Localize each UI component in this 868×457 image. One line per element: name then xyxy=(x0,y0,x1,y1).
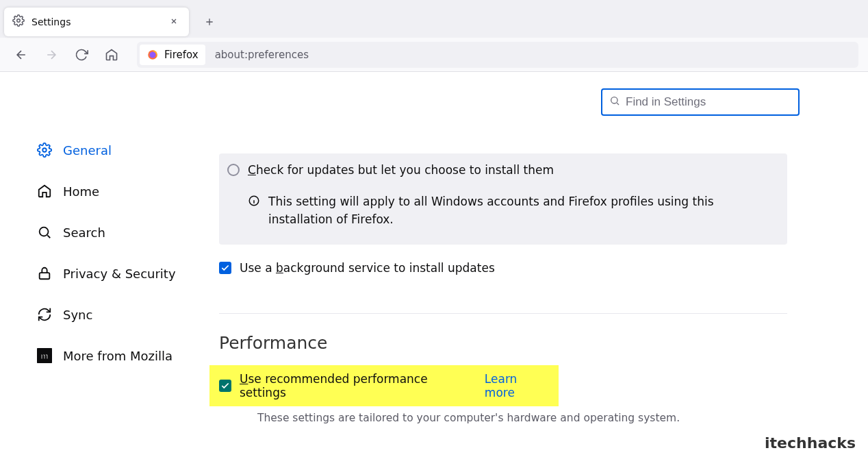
forward-button[interactable] xyxy=(40,43,63,66)
tab-close-button[interactable] xyxy=(167,14,181,30)
checkbox-label: Use recommended performance settings xyxy=(240,372,471,399)
firefox-icon xyxy=(146,49,159,61)
sidebar-item-label: Search xyxy=(63,225,105,240)
settings-search-input[interactable] xyxy=(626,95,791,109)
checkbox-background-service[interactable]: Use a background service to install upda… xyxy=(219,261,841,275)
identity-label: Firefox xyxy=(164,49,199,61)
watermark: itechhacks xyxy=(765,434,856,452)
info-icon xyxy=(248,195,260,210)
radio-label: Check for updates but let you choose to … xyxy=(248,163,554,177)
toolbar: Firefox about:preferences xyxy=(0,38,868,72)
url-bar[interactable]: Firefox about:preferences xyxy=(137,42,858,68)
updates-panel: Check for updates but let you choose to … xyxy=(219,153,787,245)
new-tab-button[interactable] xyxy=(199,11,220,33)
performance-subnote: These settings are tailored to your comp… xyxy=(257,412,841,424)
gear-icon xyxy=(12,14,25,29)
svg-point-4 xyxy=(40,227,49,236)
tab-settings[interactable]: Settings xyxy=(4,8,189,36)
section-title-performance: Performance xyxy=(219,333,841,353)
tab-title: Settings xyxy=(31,16,160,27)
sidebar-item-search[interactable]: Search xyxy=(34,216,199,249)
sidebar-item-label: Sync xyxy=(63,308,92,322)
separator xyxy=(219,313,787,314)
sidebar-item-label: General xyxy=(63,143,112,158)
mozilla-icon: m xyxy=(37,348,52,363)
search-icon xyxy=(37,225,52,240)
sidebar-item-sync[interactable]: Sync xyxy=(34,298,199,331)
updates-info: This setting will apply to all Windows a… xyxy=(248,193,779,228)
svg-point-2 xyxy=(150,51,156,58)
learn-more-link[interactable]: Learn more xyxy=(485,372,549,399)
svg-rect-5 xyxy=(40,273,50,279)
sidebar: General Home Search Privacy & Security S xyxy=(0,72,205,457)
checkbox-recommended-performance[interactable]: Use recommended performance settings Lea… xyxy=(219,372,549,399)
svg-point-3 xyxy=(42,148,47,152)
checkbox-icon xyxy=(219,380,231,392)
search-icon xyxy=(609,95,620,109)
sync-icon xyxy=(37,307,52,322)
checkbox-label: Use a background service to install upda… xyxy=(240,261,495,275)
sidebar-item-label: Privacy & Security xyxy=(63,267,176,281)
lock-icon xyxy=(37,266,52,281)
settings-search[interactable] xyxy=(601,88,800,116)
home-icon xyxy=(37,184,52,199)
gear-icon xyxy=(37,143,52,158)
svg-point-0 xyxy=(17,18,21,22)
reload-button[interactable] xyxy=(70,43,93,66)
sidebar-item-home[interactable]: Home xyxy=(34,175,199,208)
sidebar-item-privacy[interactable]: Privacy & Security xyxy=(34,257,199,290)
home-button[interactable] xyxy=(100,43,123,66)
sidebar-item-more-mozilla[interactable]: m More from Mozilla xyxy=(34,339,199,372)
back-button[interactable] xyxy=(10,43,33,66)
identity-box[interactable]: Firefox xyxy=(140,45,205,65)
sidebar-item-general[interactable]: General xyxy=(34,134,199,166)
svg-text:m: m xyxy=(40,351,48,361)
radio-icon xyxy=(227,164,240,176)
checkbox-icon xyxy=(219,262,231,274)
tab-strip: Settings xyxy=(0,0,868,38)
highlighted-row: Use recommended performance settings Lea… xyxy=(209,365,559,406)
svg-point-8 xyxy=(611,97,617,103)
radio-check-but-choose[interactable]: Check for updates but let you choose to … xyxy=(227,163,779,177)
updates-info-text: This setting will apply to all Windows a… xyxy=(268,193,779,228)
content-area: Check for updates but let you choose to … xyxy=(205,72,868,457)
sidebar-item-label: More from Mozilla xyxy=(63,349,173,363)
sidebar-item-label: Home xyxy=(63,184,99,199)
url-text: about:preferences xyxy=(208,45,316,65)
